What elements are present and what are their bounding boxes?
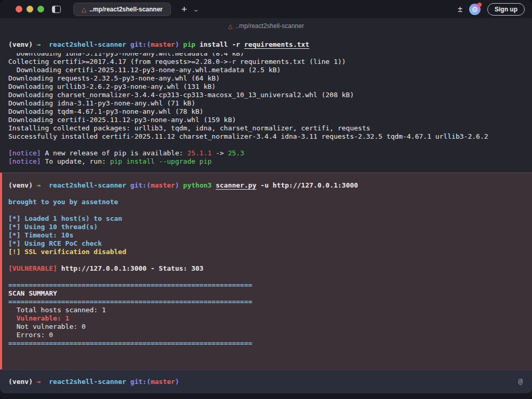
prompt-arrow: → xyxy=(37,378,49,385)
blank-line xyxy=(8,190,524,198)
warning-icon: △ xyxy=(82,6,86,12)
pip-notice-line: [notice] A new release of pip is availab… xyxy=(8,149,524,157)
scanner-info-line: [*] Timeout: 10s xyxy=(8,231,524,240)
summary-errors-line: Errors: 0 xyxy=(8,331,524,339)
command-program: pip xyxy=(183,41,200,48)
scan-summary-title: SCAN SUMMARY xyxy=(8,289,524,298)
sign-up-button[interactable]: Sign up xyxy=(487,3,525,16)
output-line: Downloading urllib3-2.6.2-py3-none-any.w… xyxy=(8,83,524,91)
venv-label: (venv) xyxy=(8,41,37,48)
summary-total-line: Total hosts scanned: 1 xyxy=(8,306,524,314)
notice-tag: [notice] xyxy=(8,157,41,165)
titlebar: △ ..mp/react2shell-scanner + ⌄ ± ⚙ Sign … xyxy=(0,0,532,18)
separator-line: ========================================… xyxy=(8,281,524,289)
output-line: Downloading requests-2.32.5-py3-none-any… xyxy=(8,74,524,83)
tab-title: ..mp/react2shell-scanner xyxy=(89,6,163,13)
traffic-lights xyxy=(16,6,44,12)
output-line: Successfully installed certifi-2025.11.1… xyxy=(8,132,524,141)
block-header-title: ..mp/react2shell-scanner xyxy=(236,22,304,30)
prompt-arrow: → xyxy=(37,41,49,48)
git-suffix: ) xyxy=(175,181,183,189)
blank-line xyxy=(8,273,524,281)
blank-line xyxy=(8,206,524,215)
scanner-info-line: [*] Loaded 1 host(s) to scan xyxy=(8,215,524,223)
minimize-window-button[interactable] xyxy=(26,6,33,12)
zoom-window-button[interactable] xyxy=(37,6,44,12)
command-1[interactable]: (venv) → react2shell-scanner git:(master… xyxy=(0,41,532,49)
blank-line xyxy=(8,141,524,149)
summary-vulnerable-line: Vulnerable: 1 xyxy=(8,314,524,323)
block-sticky-header: △ ..mp/react2shell-scanner xyxy=(0,18,532,34)
warning-icon: △ xyxy=(228,23,232,29)
vulnerable-tag: [VULNERABLE] xyxy=(8,264,57,272)
pip-old-version: 25.1.1 xyxy=(187,149,211,157)
close-window-button[interactable] xyxy=(16,6,22,12)
blank-line xyxy=(8,256,524,264)
git-branch: master xyxy=(151,41,175,48)
git-prefix: git:( xyxy=(130,378,151,385)
git-prefix: git:( xyxy=(130,41,151,48)
vulnerable-result-line: [VULNERABLE] http://127.0.0.1:3000 - Sta… xyxy=(8,264,524,273)
separator-line: ========================================… xyxy=(8,298,524,306)
output-line: Installing collected packages: urllib3, … xyxy=(8,124,524,132)
terminal-window: △ ..mp/react2shell-scanner + ⌄ ± ⚙ Sign … xyxy=(0,0,532,399)
scanner-warning-line: [!] SSL verification disabled xyxy=(8,248,524,256)
current-prompt[interactable]: (venv) → react2shell-scanner git:(master… xyxy=(8,378,183,386)
pip-output: Downloading idna-3.11-py3-none-any.whl.m… xyxy=(0,53,532,166)
highlighted-command-block[interactable]: (venv) → react2shell-scanner git:(master… xyxy=(0,172,532,369)
update-icon[interactable]: ± xyxy=(458,5,462,14)
git-suffix: ) xyxy=(175,41,183,48)
notice-text: To update, run: xyxy=(41,157,110,165)
command-args: install -r xyxy=(200,41,244,48)
notice-tag: [notice] xyxy=(8,149,41,157)
new-tab-button[interactable]: + xyxy=(181,4,187,14)
sidebar-toggle-icon[interactable] xyxy=(52,6,61,13)
output-line: Downloading tqdm-4.67.1-py3-none-any.whl… xyxy=(8,108,524,116)
notice-arrow: -> xyxy=(211,149,228,157)
cwd-label: react2shell-scanner xyxy=(49,41,130,48)
git-branch: master xyxy=(151,181,175,189)
notification-dot xyxy=(477,3,482,7)
output-line: Downloading charset_normalizer-3.4.4-cp3… xyxy=(8,91,524,99)
cwd-label: react2shell-scanner xyxy=(49,181,130,189)
notice-text: A new release of pip is available: xyxy=(41,149,188,157)
terminal-body: △ ..mp/react2shell-scanner (venv) → reac… xyxy=(0,18,532,369)
vulnerable-detail: http://127.0.0.1:3000 - Status: 303 xyxy=(57,264,204,272)
titlebar-right: ± ⚙ Sign up xyxy=(458,0,525,18)
command-2[interactable]: (venv) → react2shell-scanner git:(master… xyxy=(8,181,524,190)
gear-icon: ⚙ xyxy=(472,6,478,13)
output-line: Downloading idna-3.11-py3-none-any.whl.m… xyxy=(8,53,524,58)
pip-notice-line: [notice] To update, run: pip install --u… xyxy=(8,157,524,166)
scanner-info-line: [*] Using 10 thread(s) xyxy=(8,223,524,231)
separator-line: ========================================… xyxy=(8,339,524,348)
scanner-info-line: [*] Using RCE PoC check xyxy=(8,240,524,248)
command-input-block[interactable]: (venv) → react2shell-scanner git:(master… xyxy=(0,369,532,393)
terminal-tab[interactable]: △ ..mp/react2shell-scanner xyxy=(73,3,171,16)
venv-label: (venv) xyxy=(8,181,37,189)
prompt-arrow: → xyxy=(37,181,49,189)
command-file-link[interactable]: scanner.py xyxy=(216,181,256,189)
command-file-link[interactable]: requirements.txt xyxy=(244,41,309,48)
output-line: Downloading certifi-2025.11.12-py3-none-… xyxy=(8,66,524,74)
chevron-down-icon[interactable]: ⌄ xyxy=(192,6,200,13)
command-program: python3 xyxy=(183,181,216,189)
pip-new-version: 25.3 xyxy=(228,149,244,157)
command-args: -u http://127.0.0.1:3000 xyxy=(257,181,358,189)
scanner-banner: brought to you by assetnote xyxy=(8,198,524,206)
bottom-area: (venv) → react2shell-scanner git:(master… xyxy=(0,369,532,399)
git-suffix: ) xyxy=(175,378,183,385)
output-line: Downloading idna-3.11-py3-none-any.whl (… xyxy=(8,99,524,108)
upgrade-command: pip install --upgrade pip xyxy=(110,157,212,165)
git-prefix: git:( xyxy=(130,181,151,189)
output-line: Downloading certifi-2025.11.12-py3-none-… xyxy=(8,116,524,124)
venv-label: (venv) xyxy=(8,378,37,385)
summary-not-vulnerable-line: Not vulnerable: 0 xyxy=(8,323,524,331)
git-branch: master xyxy=(151,378,175,385)
settings-avatar[interactable]: ⚙ xyxy=(469,4,481,15)
at-mention-icon[interactable]: @ xyxy=(518,377,523,385)
cwd-label: react2shell-scanner xyxy=(49,378,130,385)
output-line: Collecting certifi>=2017.4.17 (from requ… xyxy=(8,58,524,66)
